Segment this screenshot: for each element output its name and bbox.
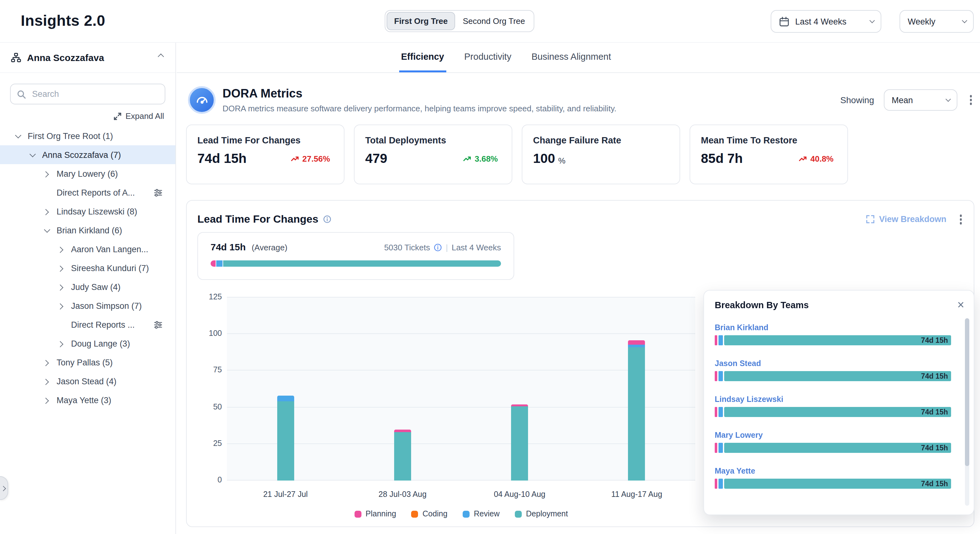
search-box	[10, 84, 165, 104]
gridline	[227, 297, 695, 298]
tree-item[interactable]: Doug Lange (3)	[0, 334, 175, 353]
kebab-menu-icon[interactable]	[966, 91, 975, 109]
breakdown-scrollbar[interactable]	[965, 318, 969, 506]
legend-label: Deployment	[526, 510, 568, 518]
tree-item[interactable]: First Org Tree Root (1)	[0, 126, 175, 145]
aggregation-value: Mean	[892, 95, 913, 105]
y-axis-label: 25	[191, 439, 222, 448]
tree-item[interactable]: Direct Reports of A...	[0, 183, 175, 202]
aggregation-dropdown[interactable]: Mean	[883, 89, 957, 111]
org-toggle-option[interactable]: Second Org Tree	[455, 12, 533, 30]
view-breakdown-button[interactable]: View Breakdown	[866, 215, 947, 224]
metric-card-value: 100	[533, 151, 555, 166]
x-axis-label: 11 Aug-17 Aug	[593, 490, 681, 499]
chart-y-axis: 0255075100125	[191, 298, 222, 481]
expand-all-button[interactable]: Expand All	[0, 104, 175, 125]
tree-item[interactable]: Tony Pallas (5)	[0, 353, 175, 372]
tree-item[interactable]: Jason Stead (4)	[0, 372, 175, 391]
chart-bar[interactable]	[394, 429, 411, 481]
date-range-value: Last 4 Weeks	[795, 17, 846, 26]
legend-item-coding[interactable]: Coding	[411, 510, 447, 518]
legend-label: Coding	[422, 510, 447, 518]
org-toggle-option[interactable]: First Org Tree	[387, 12, 455, 30]
tree-item[interactable]: Sireesha Kunduri (7)	[0, 258, 175, 277]
gridline	[227, 480, 695, 481]
dora-header: DORA Metrics DORA metrics measure softwa…	[188, 82, 975, 118]
planning-segment	[628, 340, 645, 344]
chevron-right-icon[interactable]	[59, 266, 71, 270]
chevron-right-icon[interactable]	[44, 360, 57, 365]
metric-card-value-row: 74d 15h27.56%	[197, 151, 335, 166]
tree-item-label: Jason Simpson (7)	[71, 301, 142, 311]
deployment-segment	[511, 406, 528, 481]
tree-item[interactable]: Direct Reports ...	[0, 315, 175, 334]
tree-item[interactable]: Maya Yette (3)	[0, 391, 175, 410]
summary-right: 5030 Tickets | Last 4 Weeks	[384, 242, 501, 252]
expand-corners-icon	[866, 215, 875, 224]
date-range-dropdown[interactable]: Last 4 Weeks	[771, 10, 881, 33]
breakdown-team-link[interactable]: Mary Lowery	[715, 431, 951, 440]
dora-titles: DORA Metrics DORA metrics measure softwa…	[223, 87, 616, 113]
planning-segment	[715, 479, 717, 489]
chevron-right-icon[interactable]	[44, 379, 57, 383]
collapse-tree-button[interactable]	[155, 53, 165, 62]
chevron-down-icon[interactable]	[44, 228, 57, 233]
breakdown-team-value: 74d 15h	[921, 444, 948, 452]
metric-card: Change Failure Rate100%	[522, 124, 680, 184]
tree-item[interactable]: Lindsay Liszewski (8)	[0, 202, 175, 221]
calendar-icon	[779, 16, 789, 27]
metric-card-value-row: 100%	[533, 151, 671, 166]
search-input[interactable]	[10, 84, 165, 104]
tab-productivity[interactable]: Productivity	[462, 43, 513, 72]
chevron-right-icon[interactable]	[44, 171, 57, 176]
breakdown-team-link[interactable]: Brian Kirkland	[715, 323, 951, 332]
chevron-right-icon[interactable]	[59, 285, 71, 289]
tree-item[interactable]: Aaron Van Langen...	[0, 240, 175, 258]
deployment-segment	[277, 402, 294, 481]
granularity-dropdown[interactable]: Weekly	[900, 10, 974, 33]
breakdown-team-link[interactable]: Jason Stead	[715, 359, 951, 368]
review-segment	[628, 344, 645, 347]
filter-sliders-icon[interactable]	[153, 188, 163, 197]
chevron-down-icon[interactable]	[30, 153, 42, 157]
tree-item[interactable]: Jason Simpson (7)	[0, 296, 175, 315]
legend-item-deployment[interactable]: Deployment	[515, 510, 568, 518]
tree-item[interactable]: Mary Lowery (6)	[0, 164, 175, 183]
breakdown-team-link[interactable]: Lindsay Liszewski	[715, 395, 951, 404]
chevron-right-icon[interactable]	[59, 341, 71, 346]
filter-sliders-icon[interactable]	[153, 320, 163, 329]
legend-swatch	[463, 510, 469, 517]
tree-item[interactable]: Judy Saw (4)	[0, 277, 175, 296]
tab-efficiency[interactable]: Efficiency	[399, 43, 446, 72]
tree-item[interactable]: Anna Scozzafava (7)	[0, 145, 175, 164]
tree-item[interactable]: Brian Kirkland (6)	[0, 221, 175, 240]
breakdown-team-link[interactable]: Maya Yette	[715, 467, 951, 475]
deployment-segment: 74d 15h	[724, 479, 951, 489]
summary-range: Last 4 Weeks	[452, 242, 501, 252]
kebab-menu-icon[interactable]	[956, 211, 965, 228]
breakdown-panel: Breakdown By Teams × Brian Kirkland74d 1…	[703, 290, 974, 515]
legend-swatch	[515, 510, 522, 517]
legend-item-review[interactable]: Review	[463, 510, 500, 518]
summary-row: 74d 15h (Average) 5030 Tickets | Last 4 …	[211, 242, 501, 253]
chevron-right-icon[interactable]	[44, 209, 57, 214]
legend-item-planning[interactable]: Planning	[354, 510, 396, 518]
info-icon[interactable]	[323, 215, 332, 223]
chevron-right-icon[interactable]	[59, 247, 71, 251]
metric-card-unit: %	[558, 156, 565, 165]
tree-item-label: Anna Scozzafava (7)	[42, 150, 121, 159]
chevron-right-icon[interactable]	[59, 303, 71, 308]
chart-bar[interactable]	[277, 395, 294, 481]
tree-item-label: Mary Lowery (6)	[57, 169, 118, 178]
metric-card-value: 85d 7h	[701, 151, 743, 166]
scrollbar-thumb[interactable]	[965, 318, 969, 466]
chevron-down-icon[interactable]	[15, 134, 28, 138]
metric-change-badge: 27.56%	[290, 154, 330, 163]
close-icon[interactable]: ×	[958, 299, 964, 311]
tab-business-alignment[interactable]: Business Alignment	[530, 43, 613, 72]
chart-bar[interactable]	[511, 405, 528, 481]
chevron-right-icon[interactable]	[44, 398, 57, 402]
metric-card-value-row: 4793.68%	[365, 151, 503, 166]
chart-bar[interactable]	[628, 340, 645, 481]
info-icon[interactable]	[434, 243, 442, 251]
